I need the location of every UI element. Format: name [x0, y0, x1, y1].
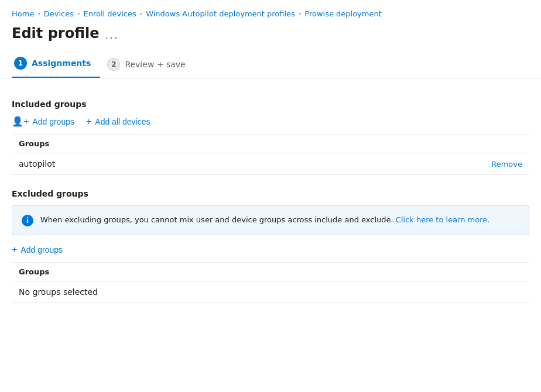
included-groups-column-header: Groups — [12, 135, 529, 153]
tab-num-2: 2 — [107, 58, 120, 71]
breadcrumb-home[interactable]: Home — [12, 9, 34, 18]
plus-icon-devices: + — [86, 116, 91, 127]
breadcrumb-sep-4: › — [299, 10, 301, 18]
included-groups-table: Groups autopilot Remove — [12, 134, 529, 175]
included-groups-title: Included groups — [12, 99, 529, 109]
add-groups-label-included: Add groups — [32, 117, 74, 126]
info-text-content: When excluding groups, you cannot mix us… — [40, 215, 393, 224]
page-header: Edit profile ... — [0, 23, 541, 51]
excluded-groups-actions: + Add groups — [12, 245, 529, 255]
add-groups-button-included[interactable]: 👤+ Add groups — [12, 116, 74, 127]
included-groups-actions: 👤+ Add groups + Add all devices — [12, 116, 529, 127]
breadcrumb-sep-1: › — [37, 10, 40, 18]
tab-label-assignments: Assignments — [32, 59, 91, 68]
table-row: autopilot Remove — [12, 153, 529, 175]
info-text: When excluding groups, you cannot mix us… — [40, 214, 489, 226]
excluded-groups-table: Groups No groups selected — [12, 262, 529, 303]
excluded-groups-column-header: Groups — [12, 263, 529, 281]
info-icon: i — [22, 215, 33, 226]
page-title: Edit profile — [12, 25, 99, 42]
breadcrumb-sep-2: › — [77, 10, 80, 18]
excluded-groups-title: Excluded groups — [12, 189, 529, 198]
breadcrumb: Home › Devices › Enroll devices › Window… — [0, 0, 541, 23]
included-groups-section: Included groups 👤+ Add groups + Add all … — [12, 99, 529, 175]
no-groups-text: No groups selected — [12, 281, 529, 303]
breadcrumb-devices[interactable]: Devices — [44, 9, 74, 18]
breadcrumb-sep-3: › — [140, 10, 142, 18]
excluded-groups-section: Excluded groups i When excluding groups,… — [12, 189, 529, 303]
more-options-button[interactable]: ... — [105, 29, 118, 41]
tabs-container: 1 Assignments 2 Review + save — [0, 51, 541, 78]
breadcrumb-enroll-devices[interactable]: Enroll devices — [83, 9, 136, 18]
tab-review-save[interactable]: 2 Review + save — [105, 52, 194, 78]
breadcrumb-autopilot-profiles[interactable]: Windows Autopilot deployment profiles — [146, 9, 295, 18]
group-name-autopilot: autopilot — [19, 159, 55, 169]
info-box: i When excluding groups, you cannot mix … — [12, 205, 529, 235]
plus-icon-excluded: + — [12, 245, 17, 255]
tab-label-review-save: Review + save — [125, 60, 185, 69]
add-all-devices-button[interactable]: + Add all devices — [86, 116, 150, 127]
remove-link-autopilot[interactable]: Remove — [491, 160, 522, 169]
content-area: Included groups 👤+ Add groups + Add all … — [0, 78, 541, 303]
tab-assignments[interactable]: 1 Assignments — [12, 51, 100, 78]
add-user-icon: 👤+ — [12, 116, 29, 127]
page: Home › Devices › Enroll devices › Window… — [0, 0, 541, 392]
add-groups-button-excluded[interactable]: + Add groups — [12, 245, 63, 255]
learn-more-link[interactable]: Click here to learn more. — [396, 215, 490, 224]
add-groups-label-excluded: Add groups — [20, 245, 63, 255]
add-all-devices-label: Add all devices — [95, 117, 150, 126]
tab-num-1: 1 — [14, 57, 27, 70]
breadcrumb-prowise-deployment[interactable]: Prowise deployment — [304, 9, 382, 18]
